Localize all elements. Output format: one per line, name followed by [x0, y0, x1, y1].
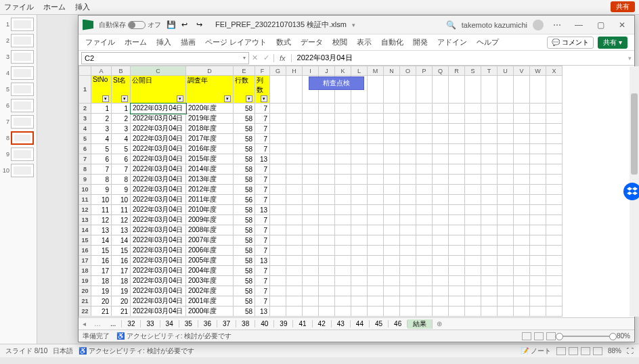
sheet-tab-結果[interactable]: 結果	[407, 319, 433, 329]
search-icon[interactable]: 🔍	[446, 20, 456, 30]
row-header-5[interactable]: 5	[79, 134, 91, 144]
ribbon-tab-データ[interactable]: データ	[301, 37, 323, 47]
sheet-tab-36[interactable]: 36	[198, 320, 217, 327]
sheet-tab-46[interactable]: 46	[389, 320, 407, 327]
ribbon-tab-ホーム[interactable]: ホーム	[125, 37, 147, 47]
row-header-22[interactable]: 22	[79, 306, 91, 317]
col-header-T[interactable]: T	[481, 66, 498, 76]
row-header-19[interactable]: 19	[79, 276, 91, 286]
ppt-accessibility[interactable]: ♿ アクセシビリティ: 検討が必要です	[79, 346, 194, 356]
zoom-slider[interactable]	[563, 336, 610, 337]
sheet-tab-42[interactable]: 42	[313, 320, 332, 327]
sheet-nav-prev[interactable]: …	[90, 320, 105, 327]
ribbon-tab-ファイル[interactable]: ファイル	[85, 37, 115, 47]
table-row[interactable]: 1312122022年03月04日2009年度587	[79, 215, 563, 225]
status-accessibility[interactable]: ♿ アクセシビリティ: 検討が必要です	[116, 332, 232, 341]
sheet-tab-33[interactable]: 33	[141, 320, 160, 327]
ppt-menu-insert[interactable]: 挿入	[75, 2, 90, 12]
sheet-tab-45[interactable]: 45	[370, 320, 389, 327]
close-icon[interactable]: ✕	[614, 20, 630, 30]
row-header-1[interactable]: 1	[79, 76, 91, 104]
slide-thumb-1[interactable]: 1	[1, 18, 35, 31]
col-header-F[interactable]: F	[255, 66, 270, 76]
slide-thumb-4[interactable]: 4	[1, 66, 35, 80]
col-header-C[interactable]: C	[131, 66, 186, 76]
col-header-R[interactable]: R	[449, 66, 465, 76]
fx-icon[interactable]: fx	[273, 54, 292, 62]
autosave-toggle[interactable]	[128, 21, 146, 29]
col-header-S[interactable]: S	[465, 66, 481, 76]
zoom-level[interactable]: 80%	[617, 332, 630, 340]
row-header-21[interactable]: 21	[79, 296, 91, 306]
table-row[interactable]: 6552022年03月04日2016年度587	[79, 144, 563, 154]
file-name[interactable]: FEI_PREF_230221070135 検証中.xlsm	[215, 20, 347, 30]
ribbon-options-icon[interactable]: ⋯	[549, 20, 565, 30]
view-buttons[interactable]	[522, 332, 556, 340]
row-header-9[interactable]: 9	[79, 175, 91, 185]
slide-thumb-3[interactable]: 3	[1, 50, 35, 64]
row-header-16[interactable]: 16	[79, 246, 91, 256]
col-header-U[interactable]: U	[498, 66, 514, 76]
slide-thumb-10[interactable]: 10	[1, 164, 35, 177]
col-header-E[interactable]: E	[234, 66, 255, 76]
table-row[interactable]: 1817172022年03月04日2004年度587	[79, 266, 563, 276]
dropbox-icon[interactable]	[623, 183, 639, 200]
filter-button-e[interactable]: ▾	[246, 95, 252, 102]
ribbon-tab-ページ レイアウト[interactable]: ページ レイアウト	[205, 37, 267, 47]
user-name[interactable]: takemoto kazumichi	[462, 21, 527, 29]
sheet-tab-32[interactable]: 32	[122, 320, 141, 327]
slide-thumb-9[interactable]: 9	[1, 147, 35, 161]
table-row[interactable]: 1211112022年03月04日2010年度5813	[79, 205, 563, 215]
slide-thumb-7[interactable]: 7	[1, 115, 35, 129]
ppt-zoom[interactable]: 88%	[608, 347, 621, 355]
ribbon-tab-挿入[interactable]: 挿入	[156, 37, 171, 47]
table-row[interactable]: 1615152022年03月04日2006年度587	[79, 246, 563, 256]
col-header-M[interactable]: M	[368, 66, 384, 76]
row-header-20[interactable]: 20	[79, 286, 91, 296]
ppt-menu-home[interactable]: ホーム	[43, 2, 66, 12]
sheet-tab-35[interactable]: 35	[179, 320, 198, 327]
share-button[interactable]: 共有 ▾	[598, 37, 627, 49]
save-icon[interactable]: 💾	[167, 20, 176, 30]
table-row[interactable]: 3222022年03月04日2019年度587	[79, 114, 563, 124]
minimize-icon[interactable]: —	[571, 20, 587, 30]
ribbon-tab-数式[interactable]: 数式	[276, 37, 291, 47]
row-header-3[interactable]: 3	[79, 114, 91, 124]
table-row[interactable]: 5442022年03月04日2017年度587	[79, 134, 563, 144]
row-header-4[interactable]: 4	[79, 124, 91, 134]
table-row[interactable]: 2112022年03月04日2020年度587	[79, 104, 563, 114]
col-header-O[interactable]: O	[400, 66, 416, 76]
col-header-W[interactable]: W	[530, 66, 546, 76]
sheet-tab-34[interactable]: 34	[160, 320, 179, 327]
row-header-11[interactable]: 11	[79, 195, 91, 205]
sheet-tab-43[interactable]: 43	[332, 320, 351, 327]
inspect-button[interactable]: 精査点検	[309, 76, 364, 90]
formula-bar[interactable]: 2022年03月04日	[293, 53, 625, 63]
col-header-N[interactable]: N	[384, 66, 400, 76]
col-header-X[interactable]: X	[546, 66, 563, 76]
table-row[interactable]: 10992022年03月04日2012年度587	[79, 185, 563, 195]
slide-thumb-5[interactable]: 5	[1, 83, 35, 96]
filter-button-a[interactable]: ▾	[102, 95, 109, 102]
table-row[interactable]: 1110102022年03月04日2011年度567	[79, 195, 563, 205]
row-header-17[interactable]: 17	[79, 256, 91, 266]
ribbon-tab-描画[interactable]: 描画	[181, 37, 196, 47]
row-header-10[interactable]: 10	[79, 185, 91, 195]
filter-button-c[interactable]: ▾	[177, 95, 183, 102]
sheet-tab-39[interactable]: 39	[274, 320, 293, 327]
avatar[interactable]	[533, 20, 544, 30]
ribbon-tab-校閲[interactable]: 校閲	[332, 37, 347, 47]
col-header-G[interactable]: G	[270, 66, 286, 76]
accept-formula-icon[interactable]: ✓	[261, 53, 272, 62]
row-header-12[interactable]: 12	[79, 205, 91, 215]
filter-button-f[interactable]: ▾	[261, 95, 267, 102]
table-row[interactable]: 2019192022年03月04日2002年度587	[79, 286, 563, 296]
filter-button-b[interactable]: ▾	[121, 95, 128, 102]
col-header-A[interactable]: A	[91, 66, 112, 76]
comment-button[interactable]: 💬 コメント	[547, 37, 594, 49]
table-row[interactable]: 9882022年03月04日2013年度587	[79, 175, 563, 185]
slide-thumb-6[interactable]: 6	[1, 99, 35, 112]
table-row[interactable]: 1716162022年03月04日2005年度5813	[79, 256, 563, 266]
col-header-Q[interactable]: Q	[433, 66, 449, 76]
ribbon-tab-表示[interactable]: 表示	[357, 37, 372, 47]
